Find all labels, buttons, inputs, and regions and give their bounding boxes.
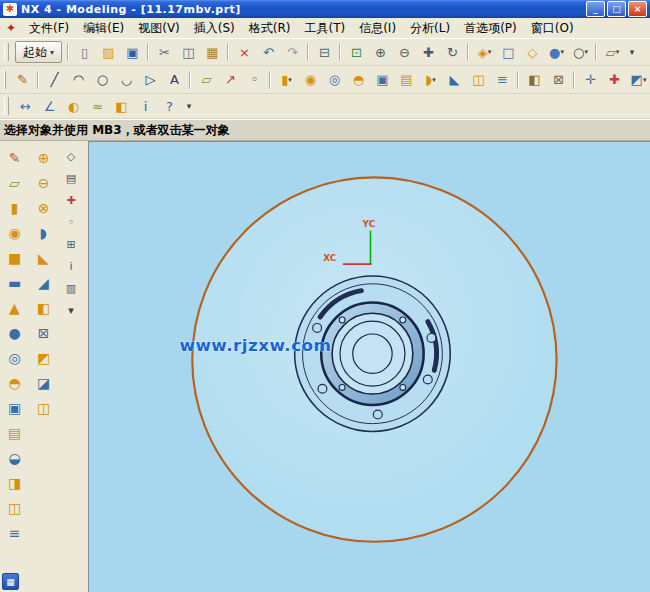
menu-info[interactable]: 信息(I)	[352, 18, 403, 39]
chamfer-icon[interactable]: ◣	[443, 68, 466, 91]
front-view-icon[interactable]: □	[497, 41, 520, 64]
hole-icon[interactable]: ◎	[323, 68, 346, 91]
snap-point-icon[interactable]: ◦	[60, 211, 82, 233]
zoom-icon[interactable]: ⊕	[369, 41, 392, 64]
shell-icon[interactable]: ◫	[467, 68, 490, 91]
sketch-icon[interactable]: ✎	[11, 68, 34, 91]
menu-tools[interactable]: 工具(T)	[297, 18, 352, 39]
orient-view-icon[interactable]: ◈▾	[473, 41, 496, 64]
arc-icon[interactable]: ◠	[67, 68, 90, 91]
patch-icon[interactable]: ◩	[31, 345, 57, 370]
redo-icon[interactable]: ↷	[281, 41, 304, 64]
bolt-hole[interactable]	[318, 384, 327, 393]
shell-icon[interactable]: ◫	[2, 495, 28, 520]
pad-icon[interactable]: ▤	[395, 68, 418, 91]
menu-insert[interactable]: 插入(S)	[187, 18, 242, 39]
move-object-icon[interactable]: ✛	[579, 68, 602, 91]
datum-axis-icon[interactable]: ↗	[219, 68, 242, 91]
hub-boss-face[interactable]	[332, 313, 413, 394]
bolt-hole[interactable]	[313, 323, 322, 332]
boss-icon[interactable]: ◓	[347, 68, 370, 91]
delete-icon[interactable]: ×	[233, 41, 256, 64]
trimetric-view-icon[interactable]: ◇	[521, 41, 544, 64]
cut-icon[interactable]: ✂	[153, 41, 176, 64]
subtract-icon[interactable]: ⊖	[31, 170, 57, 195]
line-icon[interactable]: ╱	[43, 68, 66, 91]
measure-distance-icon[interactable]: ↔	[14, 95, 37, 118]
pan-icon[interactable]: ✚	[417, 41, 440, 64]
orient-cube-icon[interactable]: ◩▾	[627, 68, 650, 91]
sketch-icon[interactable]: ✎	[2, 145, 28, 170]
pad-icon[interactable]: ▤	[2, 420, 28, 445]
face-analysis-icon[interactable]: ◧	[110, 95, 133, 118]
new-file-icon[interactable]: ▯	[73, 41, 96, 64]
pocket-icon[interactable]: ▣	[2, 395, 28, 420]
section-analysis-icon[interactable]: ◐	[62, 95, 85, 118]
trim-body-icon[interactable]: ◧	[523, 68, 546, 91]
extrude-icon[interactable]: ▮	[2, 195, 28, 220]
copy-icon[interactable]: ◫	[177, 41, 200, 64]
selection-filter-icon[interactable]: ◇	[60, 145, 82, 167]
model-view-canvas[interactable]: YC XC www.rjzxw.com	[89, 142, 650, 592]
boss-icon[interactable]: ◓	[2, 370, 28, 395]
wcs-dynamics-icon[interactable]: ✚	[603, 68, 626, 91]
wcs-display-icon[interactable]: ✚	[60, 189, 82, 211]
curve-analysis-icon[interactable]: ≈	[86, 95, 109, 118]
menu-edit[interactable]: 编辑(E)	[76, 18, 131, 39]
thread-icon[interactable]: ≡	[491, 68, 514, 91]
toolbar-overflow-icon[interactable]: ▾	[625, 41, 639, 64]
groove-icon[interactable]: ◒	[2, 445, 28, 470]
bolt-hole[interactable]	[373, 410, 382, 419]
window-menu-icon[interactable]: ▱▾	[601, 41, 624, 64]
measure-angle-icon[interactable]: ∠	[38, 95, 61, 118]
offset-face-icon[interactable]: ◧	[31, 295, 57, 320]
minimize-button[interactable]: _	[586, 1, 605, 17]
trim-body-icon[interactable]: ◪	[31, 370, 57, 395]
more-tools-icon[interactable]: ▾	[60, 299, 82, 321]
datum-plane-icon[interactable]: ▱	[2, 170, 28, 195]
bolt-hole[interactable]	[427, 334, 436, 343]
bolt-hole[interactable]	[423, 375, 432, 384]
text-icon[interactable]: A	[163, 68, 186, 91]
menu-format[interactable]: 格式(R)	[242, 18, 298, 39]
title-bar[interactable]: ✱ NX 4 - Modeling - [11.17mbv.prt] _ □ ×	[0, 0, 650, 18]
hole-icon[interactable]: ◎	[2, 345, 28, 370]
menu-preferences[interactable]: 首选项(P)	[457, 18, 524, 39]
save-icon[interactable]: ▣	[121, 41, 144, 64]
intersect-icon[interactable]: ⊗	[31, 195, 57, 220]
paste-icon[interactable]: ▦	[201, 41, 224, 64]
chamfer-icon[interactable]: ◣	[31, 245, 57, 270]
circle-icon[interactable]: ○	[91, 68, 114, 91]
flange-hole[interactable]	[400, 317, 406, 323]
object-info-icon[interactable]: i	[134, 95, 157, 118]
undo-icon[interactable]: ↶	[257, 41, 280, 64]
extrude-icon[interactable]: ▮▾	[275, 68, 298, 91]
menu-file[interactable]: 文件(F)	[22, 18, 76, 39]
sew-icon[interactable]: ⊠	[547, 68, 570, 91]
zoom-out-icon[interactable]: ⊖	[393, 41, 416, 64]
sphere-icon[interactable]: ●	[2, 320, 28, 345]
start-button[interactable]: 起始 ▾	[15, 41, 62, 63]
fillet-icon[interactable]: ◡	[115, 68, 138, 91]
edge-blend-icon[interactable]: ◗	[31, 220, 57, 245]
rotate-view-icon[interactable]: ↻	[441, 41, 464, 64]
revolve-icon[interactable]: ◉	[2, 220, 28, 245]
datum-plane-icon[interactable]: ▱	[195, 68, 218, 91]
object-info-icon[interactable]: i	[60, 255, 82, 277]
toolbar-overflow-icon[interactable]: ▾	[182, 95, 196, 118]
cone-icon[interactable]: ▲	[2, 295, 28, 320]
menu-analysis[interactable]: 分析(L)	[403, 18, 457, 39]
menu-window[interactable]: 窗口(O)	[524, 18, 581, 39]
fit-view-icon[interactable]: ⊡	[345, 41, 368, 64]
toolbar-grip[interactable]	[4, 97, 9, 115]
close-button[interactable]: ×	[628, 1, 647, 17]
resource-bar-button[interactable]: ▦	[2, 573, 19, 590]
unite-icon[interactable]: ⊕	[31, 145, 57, 170]
graphics-viewport[interactable]: YC XC www.rjzxw.com	[89, 141, 650, 592]
maximize-button[interactable]: □	[607, 1, 626, 17]
shaded-view-icon[interactable]: ●▾	[545, 41, 568, 64]
grid-icon[interactable]: ⊞	[60, 233, 82, 255]
flange-hole[interactable]	[339, 317, 345, 323]
flange-hole[interactable]	[339, 384, 345, 390]
layer-settings-icon[interactable]: ▤	[60, 167, 82, 189]
